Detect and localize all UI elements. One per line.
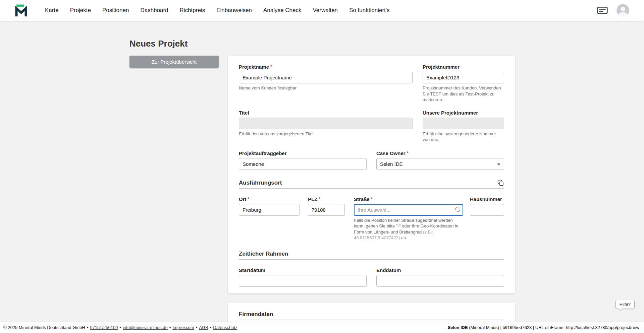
hausnummer-input[interactable]: [470, 204, 504, 216]
projektname-field: Projektname * Name vom Kunden festlegbar: [239, 64, 413, 103]
required-asterisk: *: [319, 196, 320, 202]
zeitlicher-rahmen-heading: Zeitlicher Rahmen: [239, 250, 288, 257]
separator: •: [119, 325, 121, 330]
strasse-helper: Falls die Position keiner Straße zugeord…: [354, 217, 463, 241]
hausnummer-field: Hausnummer: [470, 196, 504, 241]
unsere-projektnummer-input: [423, 118, 504, 129]
unsere-projektnummer-field: Unsere Projektnummer Erhält eine systemg…: [423, 110, 504, 143]
user-avatar[interactable]: [616, 4, 629, 17]
separator: •: [87, 325, 89, 330]
projektnummer-field: Projektnummer Projektnummer des Kunden. …: [423, 64, 504, 103]
server-icon[interactable]: [597, 6, 608, 14]
required-asterisk: *: [371, 196, 373, 202]
top-nav: Karte Projekte Positionen Dashboard Rich…: [0, 0, 644, 21]
titel-input: [239, 118, 413, 129]
main-nav: Karte Projekte Positionen Dashboard Rich…: [45, 7, 390, 14]
footer-link-agb[interactable]: AGB: [199, 325, 208, 330]
nav-right: [597, 4, 629, 17]
required-asterisk: *: [407, 150, 409, 156]
titel-helper: Erhält den von uns vorgegebenen Titel.: [239, 131, 413, 137]
projektauftraggeber-field: Projektauftraggeber: [239, 150, 367, 170]
brand-logo[interactable]: [15, 3, 30, 18]
plz-input[interactable]: [308, 204, 345, 216]
projektnummer-input[interactable]: [423, 72, 504, 83]
case-owner-label: Case Owner: [376, 150, 406, 156]
projektauftraggeber-input[interactable]: [239, 158, 367, 170]
strasse-helper-tail: an.: [400, 235, 407, 240]
footer-link-email[interactable]: info@mineral-minds.de: [123, 325, 168, 330]
nav-item-analyse-check[interactable]: Analyse Check: [263, 7, 301, 14]
startdatum-label: Startdatum: [239, 267, 265, 273]
separator: •: [196, 325, 198, 330]
nav-item-verwalten[interactable]: Verwalten: [313, 7, 338, 14]
footer-link-datenschutz[interactable]: Datenschutz: [213, 325, 237, 330]
strasse-field: Straße * Falls die Position keiner Straß…: [354, 196, 463, 241]
mineral-minds-logo-icon: [15, 3, 30, 18]
strasse-label: Straße: [354, 196, 370, 202]
separator: •: [210, 325, 212, 330]
back-to-project-overview-button[interactable]: Zur Projektübersicht: [129, 56, 219, 68]
nav-item-richtpreis[interactable]: Richtpreis: [180, 7, 205, 14]
plz-label: PLZ: [308, 196, 317, 202]
case-owner-selected-value: Selen IDE: [380, 161, 403, 167]
nav-item-karte[interactable]: Karte: [45, 7, 59, 14]
main-content: Neues Projekt Zur Projektübersicht Proje…: [0, 21, 644, 322]
firmendaten-card: Firmendaten: [228, 303, 515, 322]
chevron-down-icon: [497, 163, 500, 165]
nav-item-einbauweisen[interactable]: Einbauweisen: [216, 7, 252, 14]
unsere-projektnummer-label: Unsere Projektnummer: [423, 110, 478, 116]
nav-item-positionen[interactable]: Positionen: [102, 7, 129, 14]
session-info: Selen IDE (Mineral Minds) | b91695ed7623…: [448, 325, 639, 330]
projektauftraggeber-label: Projektauftraggeber: [239, 150, 287, 156]
projektname-input[interactable]: [239, 72, 413, 83]
projektname-helper: Name vom Kunden festlegbar: [239, 85, 413, 91]
footer: © 2025 Mineral Minds Deutschland GmbH • …: [0, 322, 644, 333]
page-title: Neues Projekt: [129, 38, 644, 49]
projektname-label: Projektname: [239, 64, 269, 70]
copyright-text: © 2025 Mineral Minds Deutschland GmbH: [3, 325, 85, 330]
session-details: (Mineral Minds) | b91695ed7623 | URL of …: [468, 325, 639, 330]
case-owner-field: Case Owner * Selen IDE: [376, 150, 504, 170]
hausnummer-label: Hausnummer: [470, 196, 502, 202]
ort-label: Ort: [239, 196, 247, 202]
nav-item-projekte[interactable]: Projekte: [70, 7, 91, 14]
account-icon: [616, 4, 629, 17]
separator: •: [169, 325, 171, 330]
section-ausfuehrungsort: Ausführungsort Ort: [239, 179, 504, 241]
unsere-projektnummer-helper: Erhält eine systemgenerierte Nummer von …: [423, 131, 504, 143]
footer-left: © 2025 Mineral Minds Deutschland GmbH • …: [3, 325, 237, 330]
enddatum-label: Enddatum: [376, 267, 401, 273]
help-button[interactable]: Hilfe?: [615, 300, 635, 309]
firmendaten-heading: Firmendaten: [239, 311, 273, 318]
ausfuehrungsort-heading: Ausführungsort: [239, 179, 282, 186]
strasse-input[interactable]: [354, 204, 463, 216]
titel-label: Titel: [239, 110, 249, 116]
ort-input[interactable]: [239, 204, 300, 216]
footer-link-phone[interactable]: 07151/250100: [90, 325, 118, 330]
startdatum-input[interactable]: [239, 275, 367, 287]
nav-item-so-funktionierts[interactable]: So funktioniert's: [349, 7, 389, 14]
copy-icon[interactable]: [497, 179, 504, 186]
session-user: Selen IDE: [448, 325, 468, 330]
required-asterisk: *: [270, 63, 272, 70]
strasse-helper-main: Falls die Position keiner Straße zugeord…: [354, 218, 458, 235]
form-cards: Projektname * Name vom Kunden festlegbar…: [228, 56, 515, 322]
required-asterisk: *: [248, 196, 250, 202]
plz-field: PLZ *: [308, 196, 345, 241]
projektnummer-helper: Projektnummer des Kunden. Verwenden Sie …: [423, 85, 504, 103]
section-zeitlicher-rahmen: Zeitlicher Rahmen Startdatum: [239, 250, 504, 287]
footer-link-impressum[interactable]: Impressum: [172, 325, 194, 330]
nav-item-dashboard[interactable]: Dashboard: [140, 7, 168, 14]
projektnummer-label: Projektnummer: [423, 64, 460, 70]
project-form-card: Projektname * Name vom Kunden festlegbar…: [228, 56, 515, 293]
enddatum-input[interactable]: [376, 275, 504, 287]
enddatum-field: Enddatum: [376, 267, 504, 287]
startdatum-field: Startdatum: [239, 267, 367, 287]
ort-field: Ort *: [239, 196, 300, 241]
titel-field: Titel Erhält den von uns vorgegebenen Ti…: [239, 110, 413, 143]
case-owner-select[interactable]: Selen IDE: [376, 158, 504, 170]
